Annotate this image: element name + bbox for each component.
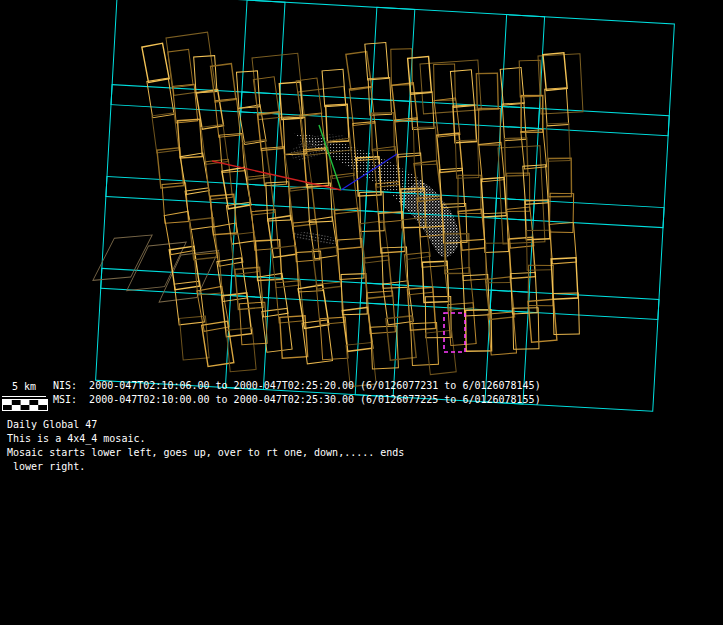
scale-bar-label: 5 km: [2, 380, 46, 393]
mosaic-type-line: This is a 4x4_4 mosaic.: [7, 432, 145, 445]
mosaic-order-line2: lower right.: [7, 460, 85, 473]
mosaic-display: 5 km NIS: 2000-047T02:10:06.00 to 2000-0…: [0, 0, 723, 625]
highlighted-frame: [444, 313, 465, 352]
mosaic-order-line: Mosaic starts lower left, goes up, over …: [7, 446, 404, 459]
msi-readout: MSI: 2000-047T02:10:00.00 to 2000-047T02…: [53, 393, 541, 406]
mosaic-plot: [0, 0, 723, 625]
mosaic-title: Daily Global 47: [7, 418, 97, 431]
scale-bar-checker: [2, 399, 48, 411]
nis-footprints: [142, 42, 580, 387]
scale-bar-underline: [2, 396, 46, 397]
nis-readout: NIS: 2000-047T02:10:06.00 to 2000-047T02…: [53, 379, 541, 392]
